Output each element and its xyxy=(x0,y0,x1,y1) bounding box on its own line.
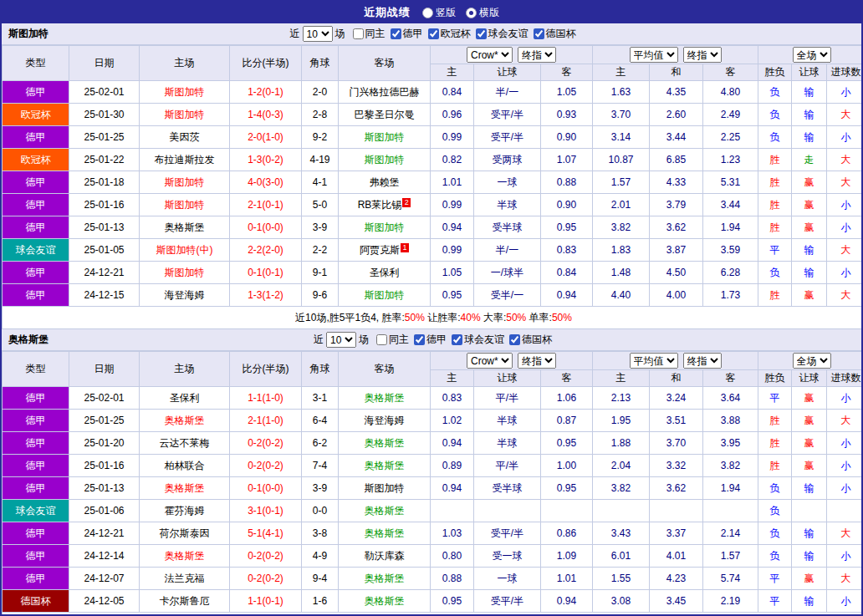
date-cell: 25-01-16 xyxy=(69,455,140,477)
checkbox-label: 德甲 xyxy=(403,27,423,41)
layout-radio-vertical[interactable]: 竖版 xyxy=(422,6,456,20)
league-cell: 欧冠杯 xyxy=(3,149,69,171)
result-cell: 负 xyxy=(758,262,792,284)
layout-toggle: 竖版横版 xyxy=(422,6,499,20)
handicap-away-odds-cell: 0.90 xyxy=(541,126,593,149)
score-cell: 0-2(0-2) xyxy=(230,568,302,590)
handicap-away-odds-cell: 0.87 xyxy=(541,410,593,432)
filter-checkbox-德国杯[interactable]: 德国杯 xyxy=(534,27,576,41)
away-team-name: 斯图加特 xyxy=(365,154,405,165)
filter-checkbox-球会友谊[interactable]: 球会友谊 xyxy=(476,27,529,41)
col-header-away: 客场 xyxy=(339,46,431,81)
goals-result-cell: 小 xyxy=(827,216,863,239)
filter-checkbox-德国杯[interactable]: 德国杯 xyxy=(509,333,552,347)
avg-draw-odds-cell: 3.51 xyxy=(650,410,703,432)
checkbox-input[interactable] xyxy=(509,334,520,345)
filter-checkbox-德甲[interactable]: 德甲 xyxy=(414,333,447,347)
avg-away-odds-cell: 3.59 xyxy=(703,239,758,262)
handicap-away-odds-cell xyxy=(541,500,593,522)
handicap-away-odds-cell: 0.90 xyxy=(541,194,593,216)
away-team-name: 弗赖堡 xyxy=(370,176,400,188)
result-cell: 负 xyxy=(758,545,792,568)
match-row: 德甲24-12-21斯图加特0-1(0-1)9-1圣保利1.05一/球半0.84… xyxy=(3,262,863,284)
league-cell: 德甲 xyxy=(3,455,69,477)
odds-stage-select[interactable]: 终指 xyxy=(683,353,722,369)
handicap-home-odds-cell: 0.83 xyxy=(431,387,474,410)
away-team-cell: 斯图加特 xyxy=(339,126,431,149)
checkbox-label: 德国杯 xyxy=(546,27,576,41)
score-cell: 1-2(0-1) xyxy=(230,81,302,104)
corner-cell: 4-9 xyxy=(302,545,339,568)
team-bar: 奥格斯堡 近10场同主德甲球会友谊德国杯 xyxy=(2,329,861,351)
match-count-select[interactable]: 10 xyxy=(326,332,356,348)
match-row: 欧冠杯25-01-30斯图加特1-4(0-3)2-8巴黎圣日尔曼0.96受平/半… xyxy=(3,104,863,126)
fulltime-select[interactable]: 全场 xyxy=(793,47,831,63)
match-row: 德甲25-02-01斯图加特1-2(0-1)2-0门兴格拉德巴赫0.84半/一1… xyxy=(3,81,863,104)
average-select[interactable]: 平均值 xyxy=(630,353,678,369)
average-select[interactable]: 平均值 xyxy=(630,47,678,63)
away-team-cell: 斯图加特 xyxy=(339,284,431,307)
checkbox-input[interactable] xyxy=(391,28,401,39)
handicap-home-odds-cell: 0.89 xyxy=(431,455,474,477)
handicap-line-cell: 半/一 xyxy=(474,239,541,262)
checkbox-input[interactable] xyxy=(414,334,425,345)
home-team-cell: 奥格斯堡 xyxy=(140,410,230,432)
home-team-cell: 荷尔斯泰因 xyxy=(140,522,230,545)
away-team-cell: 弗赖堡 xyxy=(339,171,431,194)
checkbox-input[interactable] xyxy=(353,28,364,39)
checkbox-input[interactable] xyxy=(476,28,487,39)
away-team-name: 奥格斯堡 xyxy=(365,460,405,471)
col-header-hcp-home: 主 xyxy=(431,370,474,387)
avg-draw-odds-cell xyxy=(650,500,703,522)
handicap-line-cell: 受半球 xyxy=(474,477,541,500)
checkbox-input[interactable] xyxy=(534,28,544,39)
avg-home-odds-cell: 2.01 xyxy=(593,194,650,216)
score-cell: 0-2(0-2) xyxy=(230,455,302,477)
odds-stage-select[interactable]: 终指 xyxy=(518,353,556,369)
handicap-line-cell: 受半球 xyxy=(474,216,541,239)
handicap-away-odds-cell: 1.06 xyxy=(541,387,593,410)
date-cell: 25-01-25 xyxy=(69,410,140,432)
checkbox-input[interactable] xyxy=(452,334,462,345)
bookmaker-select[interactable]: Crow* xyxy=(467,47,513,63)
home-team-cell: 法兰克福 xyxy=(140,568,230,590)
date-cell: 25-01-18 xyxy=(69,171,140,194)
handicap-away-odds-cell: 0.88 xyxy=(541,171,593,194)
corner-cell: 9-4 xyxy=(302,568,339,590)
filter-checkbox-同主[interactable]: 同主 xyxy=(376,333,409,347)
odds-stage-select[interactable]: 终指 xyxy=(518,47,556,63)
handicap-line-cell: 半/一 xyxy=(474,81,541,104)
filter-checkbox-球会友谊[interactable]: 球会友谊 xyxy=(452,333,504,347)
fulltime-select[interactable]: 全场 xyxy=(793,353,831,369)
checkbox-label: 球会友谊 xyxy=(488,27,529,41)
bookmaker-select[interactable]: Crow* xyxy=(467,353,513,369)
handicap-odds-group: Crow*终指 xyxy=(431,352,593,370)
score-cell: 1-1(0-1) xyxy=(230,590,302,613)
handicap-home-odds-cell: 1.01 xyxy=(431,171,474,194)
checkbox-input[interactable] xyxy=(376,334,387,345)
match-count-select[interactable]: 10 xyxy=(303,26,333,42)
avg-home-odds-cell: 3.82 xyxy=(593,477,650,500)
col-header-hcp-result: 让球 xyxy=(792,64,827,81)
handicap-result-cell: 输 xyxy=(792,126,827,149)
filter-checkbox-欧冠杯[interactable]: 欧冠杯 xyxy=(428,27,471,41)
col-header-date: 日期 xyxy=(69,46,140,81)
score-cell: 2-2(2-0) xyxy=(230,239,302,262)
corner-cell: 9-2 xyxy=(302,126,339,149)
odds-stage-select[interactable]: 终指 xyxy=(683,47,722,63)
date-cell: 24-12-21 xyxy=(69,522,140,545)
avg-draw-odds-cell: 4.01 xyxy=(650,545,703,568)
result-cell: 负 xyxy=(758,500,792,522)
league-cell: 德甲 xyxy=(3,432,69,455)
filter-checkbox-德甲[interactable]: 德甲 xyxy=(391,27,423,41)
handicap-line-cell xyxy=(474,500,541,522)
corner-cell: 2-0 xyxy=(302,81,339,104)
team-name: 斯图加特 xyxy=(8,27,49,41)
filter-checkbox-同主[interactable]: 同主 xyxy=(353,27,386,41)
home-team-cell: 斯图加特 xyxy=(140,104,230,126)
checkbox-input[interactable] xyxy=(428,28,439,39)
league-cell: 球会友谊 xyxy=(3,500,69,522)
layout-radio-horizontal[interactable]: 横版 xyxy=(466,6,499,20)
avg-home-odds-cell: 1.95 xyxy=(593,410,650,432)
avg-away-odds-cell: 3.95 xyxy=(703,432,758,455)
